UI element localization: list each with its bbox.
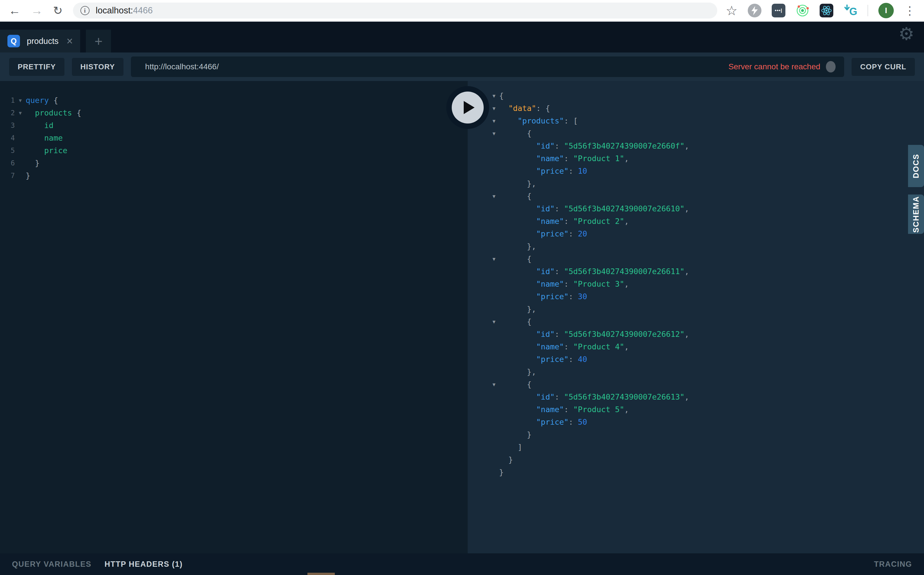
code-line[interactable]: 1▼query {: [0, 94, 468, 106]
code-line: ▼{: [489, 90, 924, 102]
fold-gutter: [489, 428, 499, 441]
back-arrow-icon[interactable]: ←: [8, 5, 21, 17]
code-line: ▼ {: [489, 316, 924, 328]
graphql-bin-extension-icon[interactable]: G: [843, 4, 857, 17]
fold-gutter: [489, 291, 499, 303]
code-line: "id": "5d56f3b40274390007e2660f",: [489, 140, 924, 152]
code-text: },: [499, 240, 536, 253]
code-line[interactable]: 7}: [0, 170, 468, 182]
close-tab-icon[interactable]: ×: [67, 36, 73, 46]
code-text: "name": "Product 5",: [499, 403, 629, 416]
fold-arrow-icon[interactable]: ▼: [489, 190, 499, 202]
code-text: price: [26, 145, 67, 157]
code-text: query {: [26, 94, 58, 106]
fold-gutter: [489, 466, 499, 478]
fold-gutter: [489, 366, 499, 378]
execute-query-button[interactable]: [446, 86, 489, 129]
fold-arrow-icon[interactable]: ▼: [489, 378, 499, 391]
fold-gutter: [489, 227, 499, 240]
code-text: "name": "Product 2",: [499, 215, 629, 227]
endpoint-input[interactable]: http://localhost:4466/ Server cannot be …: [131, 56, 845, 77]
code-text: "id": "5d56f3b40274390007e26612",: [499, 328, 689, 341]
fold-gutter: [489, 453, 499, 466]
react-devtools-extension-icon[interactable]: [820, 4, 834, 17]
code-line[interactable]: 4 name: [0, 132, 468, 145]
code-text: }: [499, 453, 513, 466]
profile-avatar[interactable]: I: [878, 3, 894, 18]
code-line: },: [489, 240, 924, 253]
tracing-tab[interactable]: TRACING: [874, 560, 912, 569]
code-text: "price": 40: [499, 353, 587, 366]
code-line[interactable]: 6 }: [0, 157, 468, 170]
http-headers-tab[interactable]: HTTP HEADERS (1): [105, 560, 183, 569]
copy-curl-button[interactable]: COPY CURL: [852, 58, 915, 76]
fold-gutter: [489, 341, 499, 353]
code-line: }: [489, 466, 924, 478]
code-text: id: [26, 119, 54, 132]
code-text: "name": "Product 4",: [499, 341, 629, 353]
query-variables-tab[interactable]: QUERY VARIABLES: [12, 560, 92, 569]
code-line: }: [489, 428, 924, 441]
code-line: "id": "5d56f3b40274390007e26612",: [489, 328, 924, 341]
code-line[interactable]: 3 id: [0, 119, 468, 132]
code-line: "id": "5d56f3b40274390007e26613",: [489, 391, 924, 403]
password-manager-extension-icon[interactable]: •••|: [772, 4, 786, 17]
code-line[interactable]: 5 price: [0, 145, 468, 157]
code-text: {: [499, 378, 532, 391]
server-status-indicator: [826, 61, 836, 72]
tab-products[interactable]: Q products ×: [0, 30, 80, 52]
line-number: 4: [0, 132, 15, 145]
fold-arrow-icon[interactable]: ▼: [489, 316, 499, 328]
bottom-resize-strip: [307, 573, 335, 575]
fold-gutter: [489, 278, 499, 291]
new-tab-button[interactable]: +: [86, 30, 111, 52]
fold-gutter: [489, 152, 499, 165]
orbit-extension-icon[interactable]: [795, 4, 809, 17]
fold-arrow-icon[interactable]: ▼: [489, 102, 499, 115]
reload-icon[interactable]: ↻: [53, 5, 63, 16]
code-line: "price": 50: [489, 416, 924, 428]
code-line: "name": "Product 1",: [489, 152, 924, 165]
code-text: "id": "5d56f3b40274390007e26611",: [499, 265, 689, 278]
code-text: },: [499, 303, 536, 316]
server-status-text: Server cannot be reached: [729, 62, 820, 71]
code-line: },: [489, 366, 924, 378]
svg-text:G: G: [849, 6, 857, 17]
code-line: "price": 30: [489, 291, 924, 303]
fold-gutter: [489, 391, 499, 403]
forward-arrow-icon[interactable]: →: [31, 5, 43, 17]
code-line: }: [489, 453, 924, 466]
fold-arrow-icon[interactable]: ▼: [489, 115, 499, 127]
code-line: "name": "Product 5",: [489, 403, 924, 416]
settings-gear-icon[interactable]: ⚙: [898, 25, 914, 43]
site-info-icon[interactable]: i: [81, 6, 90, 15]
code-text: }: [26, 170, 30, 182]
docs-tab[interactable]: DOCS: [908, 145, 924, 187]
code-text: {: [499, 190, 532, 202]
code-line: "name": "Product 4",: [489, 341, 924, 353]
code-text: {: [499, 127, 532, 140]
browser-menu-icon[interactable]: ⋮: [904, 5, 916, 16]
bookmark-star-icon[interactable]: ☆: [726, 4, 738, 17]
fold-arrow-icon[interactable]: ▼: [15, 94, 26, 106]
lightning-extension-icon[interactable]: [748, 4, 761, 17]
code-line: ▼ "products": [: [489, 115, 924, 127]
fold-arrow-icon[interactable]: ▼: [489, 127, 499, 140]
fold-arrow-icon[interactable]: ▼: [489, 253, 499, 265]
graphql-playground: Q products × + ⚙ PRETTIFY HISTORY http:/…: [0, 22, 924, 575]
url-port: 4466: [133, 5, 152, 16]
divider: [868, 5, 868, 16]
code-line[interactable]: 2▼ products {: [0, 106, 468, 119]
query-editor[interactable]: 1▼query {2▼ products {3 id4 name5 price6…: [0, 81, 468, 553]
fold-gutter: [489, 165, 499, 177]
history-button[interactable]: HISTORY: [72, 58, 124, 76]
code-line: "id": "5d56f3b40274390007e26611",: [489, 265, 924, 278]
code-text: },: [499, 366, 536, 378]
address-bar[interactable]: i localhost:4466: [73, 3, 717, 19]
code-line: },: [489, 177, 924, 190]
line-number: 6: [0, 157, 15, 170]
fold-arrow-icon[interactable]: ▼: [489, 90, 499, 102]
schema-tab[interactable]: SCHEMA: [908, 195, 924, 234]
fold-arrow-icon[interactable]: ▼: [15, 106, 26, 119]
prettify-button[interactable]: PRETTIFY: [9, 58, 65, 76]
